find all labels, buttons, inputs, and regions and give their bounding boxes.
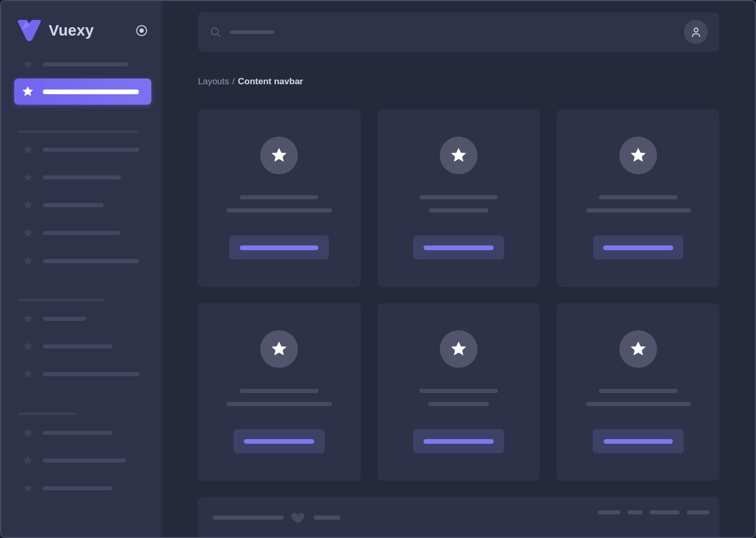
preview-card: [377, 109, 540, 287]
footer-link-bar: [628, 510, 642, 514]
main-content: Layouts/Content navbar: [163, 1, 755, 537]
breadcrumb-parent[interactable]: Layouts: [198, 76, 229, 86]
card-title-placeholder-bar: [419, 195, 497, 199]
footer-text-bar: [213, 515, 284, 520]
star-icon: [450, 340, 468, 358]
footer-link-bar: [598, 510, 620, 514]
brand: Vuexy: [17, 19, 148, 42]
preview-card: [198, 109, 361, 287]
footer-card: [198, 497, 719, 538]
card-button[interactable]: [593, 236, 683, 260]
sidebar-item[interactable]: [1, 312, 163, 325]
sidebar-item[interactable]: [1, 482, 163, 495]
sidebar-item[interactable]: [1, 368, 163, 380]
sidebar-item-label-bar: [43, 344, 113, 349]
breadcrumb-separator: /: [232, 76, 235, 86]
star-icon: [22, 313, 34, 324]
sidebar-item-label-bar: [43, 89, 139, 94]
footer-link-bar: [650, 510, 680, 514]
card-title-placeholder-bar: [599, 389, 677, 393]
sidebar-item[interactable]: [1, 340, 163, 353]
star-icon: [22, 368, 34, 380]
sidebar-nav: [1, 42, 163, 495]
star-avatar-circle: [440, 330, 477, 368]
sidebar-item-label-bar: [43, 259, 139, 263]
button-label-bar: [424, 245, 494, 250]
user-avatar[interactable]: [684, 20, 708, 44]
star-icon: [21, 85, 34, 98]
search-icon: [209, 26, 221, 38]
card-button[interactable]: [234, 429, 325, 453]
footer-link-bar: [687, 510, 709, 514]
sidebar-item-active[interactable]: [14, 79, 151, 105]
heart-icon: [291, 510, 305, 525]
card-button[interactable]: [413, 236, 504, 260]
card-button[interactable]: [593, 429, 684, 453]
search-placeholder-bar: [230, 30, 274, 34]
sidebar-item-label-bar: [43, 231, 120, 235]
star-avatar-circle: [260, 330, 298, 368]
star-icon: [270, 340, 288, 358]
brand-title: Vuexy: [49, 22, 94, 39]
star-avatar-circle: [619, 137, 657, 174]
star-avatar-circle: [619, 330, 657, 368]
card-subtitle-placeholder-bar: [586, 208, 691, 212]
breadcrumb-current: Content navbar: [238, 76, 303, 86]
button-label-bar: [604, 439, 673, 444]
footer-text-bar: [314, 515, 340, 520]
sidebar-item[interactable]: [1, 199, 163, 211]
card-subtitle-placeholder-bar: [428, 402, 489, 406]
sidebar-section-heading-bar: [18, 299, 104, 301]
star-icon: [22, 144, 34, 155]
star-icon: [22, 227, 34, 239]
sidebar-item-label-bar: [43, 458, 126, 463]
card-subtitle-placeholder-bar: [586, 402, 691, 406]
card-subtitle-placeholder-bar: [227, 208, 332, 212]
sidebar-item[interactable]: [1, 227, 163, 239]
star-icon: [450, 147, 468, 164]
preview-card: [198, 303, 361, 481]
sidebar-item-label-bar: [43, 62, 128, 66]
star-icon: [629, 147, 647, 164]
star-icon: [22, 255, 34, 267]
sidebar-item[interactable]: [1, 143, 163, 156]
button-label-bar: [603, 245, 673, 250]
preview-card: [557, 303, 719, 481]
card-subtitle-placeholder-bar: [227, 402, 332, 406]
sidebar-item-label-bar: [43, 431, 113, 435]
star-icon: [22, 199, 34, 211]
sidebar-item-label-bar: [43, 486, 113, 490]
card-title-placeholder-bar: [240, 389, 318, 393]
vuexy-logo-icon[interactable]: [17, 19, 42, 41]
record-circle-icon[interactable]: [136, 25, 148, 37]
star-icon: [22, 483, 34, 494]
sidebar-item-label-bar: [43, 175, 121, 180]
sidebar: Vuexy: [1, 1, 163, 537]
star-avatar-circle: [260, 137, 298, 174]
star-icon: [22, 455, 34, 466]
sidebar-item[interactable]: [1, 171, 163, 184]
preview-card: [377, 303, 540, 481]
preview-card: [557, 109, 719, 287]
star-icon: [22, 341, 34, 352]
sidebar-item[interactable]: [1, 454, 163, 467]
sidebar-item-label-bar: [43, 372, 139, 376]
card-title-placeholder-bar: [599, 195, 677, 199]
star-icon: [22, 59, 34, 70]
sidebar-item-label-bar: [43, 317, 86, 321]
button-label-bar: [424, 439, 494, 444]
star-icon: [270, 147, 288, 164]
card-button[interactable]: [229, 236, 329, 260]
star-avatar-circle: [440, 137, 477, 174]
sidebar-item-label-bar: [43, 203, 104, 207]
breadcrumb: Layouts/Content navbar: [198, 76, 719, 87]
search-field[interactable]: [209, 12, 684, 52]
sidebar-item[interactable]: [1, 427, 163, 439]
sidebar-item[interactable]: [1, 255, 163, 267]
card-button[interactable]: [413, 429, 504, 453]
sidebar-item-label-bar: [43, 148, 139, 152]
button-label-bar: [240, 245, 318, 250]
sidebar-item[interactable]: [1, 58, 163, 71]
card-subtitle-placeholder-bar: [429, 208, 488, 212]
sidebar-section-heading-bar: [18, 130, 139, 133]
